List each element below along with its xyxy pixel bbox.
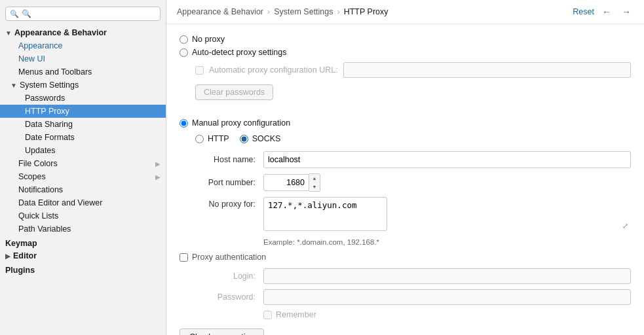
back-button[interactable]: ← — [599, 5, 614, 18]
auto-config-input[interactable] — [343, 62, 631, 78]
forward-button[interactable]: → — [619, 5, 634, 18]
password-label: Password: — [180, 292, 258, 302]
port-number-label: Port number: — [180, 178, 258, 187]
search-bar[interactable]: 🔍 — [5, 7, 161, 21]
breadcrumb-separator-1: › — [267, 7, 270, 16]
auto-detect-radio[interactable] — [180, 48, 188, 57]
breadcrumb-separator-2: › — [337, 7, 340, 16]
sidebar-item-keymap[interactable]: Keymap — [0, 236, 166, 249]
http-radio[interactable] — [195, 135, 204, 143]
sidebar-item-system-settings[interactable]: ▼ System Settings — [0, 79, 166, 92]
sidebar: 🔍 ▼ Appearance & Behavior Appearance New… — [0, 0, 166, 335]
breadcrumb: Appearance & Behavior › System Settings … — [177, 7, 388, 16]
sidebar-item-updates[interactable]: Updates — [0, 144, 166, 157]
manual-proxy-radio[interactable] — [180, 119, 188, 128]
sidebar-item-quick-lists[interactable]: Quick Lists — [0, 209, 166, 222]
login-input[interactable] — [263, 268, 631, 284]
sidebar-item-appearance[interactable]: Appearance — [0, 39, 166, 52]
main-content: Appearance & Behavior › System Settings … — [166, 0, 644, 335]
manual-proxy-label: Manual proxy configuration — [192, 118, 290, 128]
sidebar-item-file-colors[interactable]: File Colors ▶ — [0, 157, 166, 170]
http-label: HTTP — [208, 134, 229, 143]
host-name-label: Host name: — [180, 155, 258, 164]
socks-radio[interactable] — [240, 135, 248, 143]
expand-icon: ▶ — [155, 173, 161, 181]
sidebar-item-editor[interactable]: ▶ Editor — [0, 249, 166, 262]
collapse-arrow-icon: ▼ — [5, 29, 12, 37]
check-connection-button[interactable]: Check connection — [180, 328, 264, 335]
host-name-input[interactable] — [263, 151, 631, 168]
no-proxy-wrapper: 127.*,*.aliyun.com ⤢ — [263, 197, 631, 233]
search-input[interactable] — [22, 9, 156, 18]
auto-config-checkbox[interactable] — [195, 66, 204, 75]
expand-arrow-icon: ▶ — [5, 253, 10, 260]
sidebar-section-appearance-behavior[interactable]: ▼ Appearance & Behavior — [0, 26, 166, 39]
expand-textarea-icon[interactable]: ⤢ — [622, 222, 628, 230]
auto-config-label: Automatic proxy configuration URL: — [209, 65, 338, 75]
password-input[interactable] — [263, 289, 631, 305]
port-decrement-button[interactable]: ▼ — [309, 183, 320, 191]
example-text: Example: *.domain.com, 192.168.* — [263, 238, 631, 246]
proxy-auth-label: Proxy authentication — [192, 253, 266, 262]
socks-label: SOCKS — [252, 134, 281, 143]
header-bar: Appearance & Behavior › System Settings … — [166, 0, 644, 24]
sidebar-item-date-formats[interactable]: Date Formats — [0, 131, 166, 144]
sidebar-item-data-editor-viewer[interactable]: Data Editor and Viewer — [0, 196, 166, 209]
port-number-input[interactable] — [263, 174, 309, 191]
no-proxy-radio[interactable] — [180, 35, 188, 44]
sidebar-item-new-ui[interactable]: New UI — [0, 52, 166, 65]
sidebar-item-passwords[interactable]: Passwords — [0, 92, 166, 105]
sidebar-item-menus-toolbars[interactable]: Menus and Toolbars — [0, 65, 166, 79]
port-increment-button[interactable]: ▲ — [309, 174, 320, 183]
expand-arrow-icon: ▼ — [10, 82, 17, 89]
form-content: No proxy Auto-detect proxy settings Auto… — [166, 24, 644, 335]
sidebar-item-path-variables[interactable]: Path Variables — [0, 222, 166, 236]
expand-icon: ▶ — [155, 160, 161, 168]
auto-detect-label: Auto-detect proxy settings — [192, 48, 287, 57]
no-proxy-label: No proxy — [192, 35, 225, 44]
breadcrumb-part-1: Appearance & Behavior — [177, 7, 263, 16]
login-label: Login: — [180, 272, 258, 281]
reset-button[interactable]: Reset — [573, 7, 594, 16]
remember-label: Remember — [276, 310, 316, 319]
no-proxy-for-label: No proxy for: — [180, 197, 258, 209]
breadcrumb-part-2: System Settings — [274, 7, 333, 16]
sidebar-item-scopes[interactable]: Scopes ▶ — [0, 170, 166, 183]
sidebar-section-label: Appearance & Behavior — [14, 28, 107, 37]
clear-passwords-button[interactable]: Clear passwords — [195, 84, 273, 100]
sidebar-item-notifications[interactable]: Notifications — [0, 183, 166, 196]
no-proxy-for-input[interactable]: 127.*,*.aliyun.com — [263, 197, 387, 231]
breadcrumb-part-3: HTTP Proxy — [344, 7, 388, 16]
system-settings-label: System Settings — [20, 80, 79, 90]
sidebar-item-data-sharing[interactable]: Data Sharing — [0, 118, 166, 131]
header-actions: Reset ← → — [573, 5, 634, 18]
remember-checkbox[interactable] — [263, 311, 272, 319]
sidebar-item-plugins[interactable]: Plugins — [0, 262, 166, 276]
search-icon: 🔍 — [10, 10, 19, 18]
proxy-auth-checkbox[interactable] — [180, 253, 188, 262]
sidebar-item-http-proxy[interactable]: HTTP Proxy — [0, 105, 166, 118]
